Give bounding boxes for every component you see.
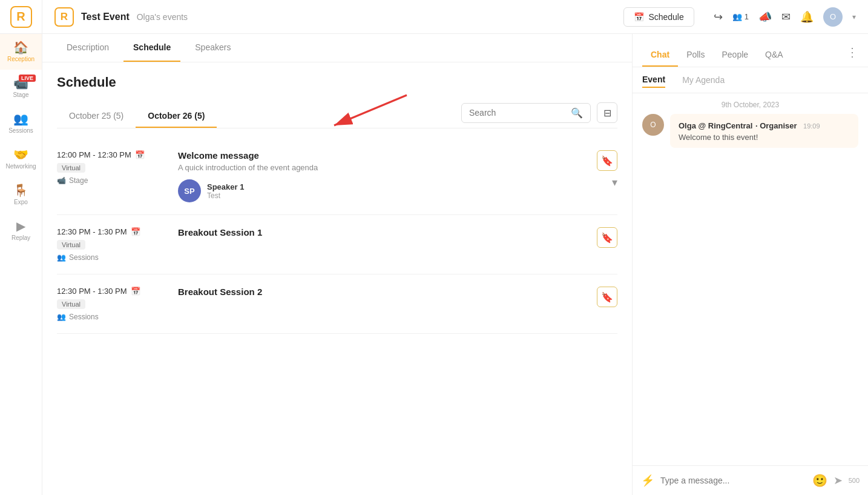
sidebar-label-reception: Reception [7,56,35,62]
chat-input-area: ⚡ 🙂 ➤ 500 [633,465,868,495]
chat-message-header: Olga @ RingCentral · Organiser 19:09 [679,120,850,131]
filter-button[interactable]: ⊟ [597,102,617,123]
virtual-badge: Virtual [57,299,85,309]
live-badge: LIVE [19,75,36,82]
add-calendar-icon[interactable]: 📅 [135,150,145,159]
session-actions: 🔖 [597,227,617,248]
schedule-content: Schedule October 25 (5) October 26 (5) [42,62,632,346]
header-right-actions: ↪ 👥 1 📣 ✉ 🔔 O ▾ [714,7,856,27]
location-icon: 📹 [57,176,66,185]
session-details: Breakout Session 1 [178,227,585,240]
expand-button[interactable]: ▾ [612,176,617,189]
location-text: Sessions [69,313,99,321]
networking-icon: 🤝 [13,148,28,161]
schedule-title: Schedule [57,75,617,90]
sidebar-item-replay[interactable]: ▶ Replay [0,213,42,248]
mail-icon[interactable]: ✉ [781,10,791,24]
logo-icon: R [10,6,32,28]
chat-bubble: Olga @ RingCentral · Organiser 19:09 Wel… [670,114,858,148]
date-tab-oct25[interactable]: October 25 (5) [57,105,136,128]
bookmark-button[interactable]: 🔖 [597,227,617,248]
bookmark-button[interactable]: 🔖 [597,287,617,307]
search-input[interactable] [469,108,566,118]
session-details: Welcome message A quick introduction of … [178,150,585,202]
replay-icon: ▶ [16,220,25,232]
lightning-icon[interactable]: ⚡ [641,474,654,487]
sidebar-item-reception[interactable]: 🏠 Reception [0,34,42,70]
session-item: 12:30 PM - 1:30 PM 📅 Virtual 👥 Sessions … [57,215,617,274]
top-header: R Test Event Olga's events 📅 Schedule ↪ … [42,0,868,34]
svg-line-1 [334,95,407,125]
tab-speakers[interactable]: Speakers [185,34,240,62]
attendee-number: 1 [745,12,749,21]
chevron-down-icon[interactable]: ▾ [852,13,856,21]
session-time: 12:30 PM - 1:30 PM 📅 [57,287,166,296]
exit-icon[interactable]: ↪ [714,10,723,24]
session-description: A quick introduction of the event agenda [178,163,585,172]
session-time-text: 12:30 PM - 1:30 PM [57,227,127,236]
session-title: Breakout Session 1 [178,227,585,238]
tab-schedule[interactable]: Schedule [123,34,180,62]
session-time-block: 12:00 PM - 12:30 PM 📅 Virtual 📹 Stage [57,150,166,185]
sidebar-label-stage: Stage [13,91,28,98]
chat-date-label: 9th October, 2023 [633,93,868,114]
arrow-annotation [298,89,419,138]
sidebar-item-stage[interactable]: LIVE 📹 Stage [0,70,42,105]
session-location: 👥 Sessions [57,313,166,321]
tab-qna[interactable]: Q&A [757,44,792,67]
tab-description[interactable]: Description [57,34,119,62]
date-tab-oct25-label: October 25 (5) [69,111,123,121]
chat-messages: O Olga @ RingCentral · Organiser 19:09 W… [633,114,868,465]
sidebar-label-replay: Replay [12,234,30,241]
event-sub-tab[interactable]: Event [642,75,665,88]
session-time-text: 12:30 PM - 1:30 PM [57,287,127,296]
chat-time: 19:09 [803,122,820,130]
session-item: 12:00 PM - 12:30 PM 📅 Virtual 📹 Stage We… [57,138,617,215]
my-agenda-sub-tab[interactable]: My Agenda [682,75,725,87]
sessions-icon: 👥 [13,113,28,125]
date-tab-oct26[interactable]: October 26 (5) [136,105,217,128]
avatar[interactable]: O [823,7,843,27]
session-title: Welcome message [178,150,585,161]
emoji-button[interactable]: 🙂 [812,473,827,488]
home-icon: 🏠 [13,41,28,53]
chat-header: Chat Polls People Q&A ⋮ [633,34,868,67]
search-filter-row: 🔍 ⊟ [461,102,617,128]
session-time-text: 12:00 PM - 12:30 PM [57,150,131,159]
tab-chat[interactable]: Chat [642,44,678,67]
tab-people[interactable]: People [713,44,757,67]
schedule-button[interactable]: 📅 Schedule [623,7,694,27]
sub-nav: Description Schedule Speakers [42,34,632,62]
sidebar-item-sessions[interactable]: 👥 Sessions [0,105,42,141]
organiser-badge: · Organiser [755,121,797,130]
sidebar-item-expo[interactable]: 🪑 Expo [0,177,42,213]
location-text: Stage [69,176,88,185]
more-options-button[interactable]: ⋮ [846,45,858,65]
bell-icon[interactable]: 🔔 [800,10,814,24]
session-time-block: 12:30 PM - 1:30 PM 📅 Virtual 👥 Sessions [57,227,166,262]
speaker-name: Speaker 1 [207,182,244,191]
sidebar-item-networking[interactable]: 🤝 Networking [0,141,42,177]
sidebar-label-networking: Networking [5,163,36,170]
expo-icon: 🪑 [13,184,28,196]
breadcrumb: Olga's events [137,12,188,22]
speaker-row: SP Speaker 1 Test [178,179,585,202]
send-button[interactable]: ➤ [833,474,843,487]
sidebar-nav: 🏠 Reception LIVE 📹 Stage 👥 Sessions 🤝 Ne… [0,34,42,495]
chat-panel: Chat Polls People Q&A ⋮ Event My Agenda … [632,34,868,495]
speaker-info: Speaker 1 Test [207,182,244,200]
add-calendar-icon[interactable]: 📅 [131,287,140,296]
tab-polls[interactable]: Polls [678,44,713,67]
session-location: 📹 Stage [57,176,166,185]
chat-input[interactable] [660,476,806,485]
location-icon: 👥 [57,253,66,262]
bookmark-button[interactable]: 🔖 [597,150,617,171]
session-details: Breakout Session 2 [178,287,585,299]
add-calendar-icon[interactable]: 📅 [131,227,140,236]
chat-message: O Olga @ RingCentral · Organiser 19:09 W… [642,114,858,148]
chat-tabs-row: Chat Polls People Q&A ⋮ [642,44,858,67]
megaphone-icon[interactable]: 📣 [758,10,772,24]
location-text: Sessions [69,253,99,262]
chat-message-text: Welcome to this event! [679,133,850,142]
session-time: 12:30 PM - 1:30 PM 📅 [57,227,166,236]
